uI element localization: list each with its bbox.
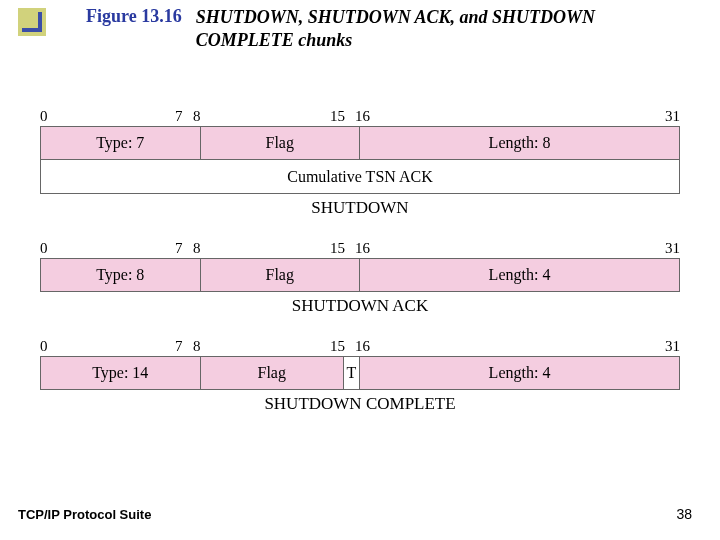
chunk-shutdown: 0 7 8 15 16 31 Type: 7 Flag Length: 8 Cu… xyxy=(40,108,680,218)
bit-16: 16 xyxy=(355,338,370,355)
bit-15: 15 xyxy=(330,240,345,257)
chunk-shutdown-ack: 0 7 8 15 16 31 Type: 8 Flag Length: 4 SH… xyxy=(40,240,680,316)
bit-7: 7 xyxy=(175,240,183,257)
table-row: Type: 7 Flag Length: 8 xyxy=(40,126,680,160)
bit-ruler: 0 7 8 15 16 31 xyxy=(40,108,680,126)
field-length: Length: 4 xyxy=(360,259,679,291)
bit-15: 15 xyxy=(330,338,345,355)
diagram-area: 0 7 8 15 16 31 Type: 7 Flag Length: 8 Cu… xyxy=(40,108,680,436)
bit-0: 0 xyxy=(40,108,48,125)
bit-ruler: 0 7 8 15 16 31 xyxy=(40,240,680,258)
field-length: Length: 4 xyxy=(360,357,679,389)
bit-31: 31 xyxy=(665,240,680,257)
table-row: Cumulative TSN ACK xyxy=(40,160,680,194)
bit-15: 15 xyxy=(330,108,345,125)
figure-label: Figure 13.16 xyxy=(86,6,182,27)
field-cumulative-tsn-ack: Cumulative TSN ACK xyxy=(41,160,679,193)
field-flag: Flag xyxy=(201,127,361,159)
bit-8: 8 xyxy=(193,240,201,257)
bullet-icon xyxy=(18,8,46,36)
bit-0: 0 xyxy=(40,338,48,355)
field-length: Length: 8 xyxy=(360,127,679,159)
field-type: Type: 7 xyxy=(41,127,201,159)
bit-16: 16 xyxy=(355,108,370,125)
slide-header: Figure 13.16 SHUTDOWN, SHUTDOWN ACK, and… xyxy=(0,0,720,51)
chunk-shutdown-complete: 0 7 8 15 16 31 Type: 14 Flag T Length: 4… xyxy=(40,338,680,414)
slide-number: 38 xyxy=(676,506,692,522)
field-flag: Flag xyxy=(201,357,345,389)
footer-text: TCP/IP Protocol Suite xyxy=(18,507,151,522)
bit-31: 31 xyxy=(665,108,680,125)
field-t-bit: T xyxy=(344,357,360,389)
field-flag: Flag xyxy=(201,259,361,291)
field-type: Type: 14 xyxy=(41,357,201,389)
chunk-caption: SHUTDOWN ACK xyxy=(40,296,680,316)
chunk-caption: SHUTDOWN xyxy=(40,198,680,218)
bit-ruler: 0 7 8 15 16 31 xyxy=(40,338,680,356)
figure-title: SHUTDOWN, SHUTDOWN ACK, and SHUTDOWN COM… xyxy=(196,6,606,51)
bit-31: 31 xyxy=(665,338,680,355)
bit-16: 16 xyxy=(355,240,370,257)
bit-7: 7 xyxy=(175,108,183,125)
field-type: Type: 8 xyxy=(41,259,201,291)
bit-8: 8 xyxy=(193,108,201,125)
table-row: Type: 8 Flag Length: 4 xyxy=(40,258,680,292)
chunk-caption: SHUTDOWN COMPLETE xyxy=(40,394,680,414)
bit-7: 7 xyxy=(175,338,183,355)
bit-0: 0 xyxy=(40,240,48,257)
bit-8: 8 xyxy=(193,338,201,355)
table-row: Type: 14 Flag T Length: 4 xyxy=(40,356,680,390)
